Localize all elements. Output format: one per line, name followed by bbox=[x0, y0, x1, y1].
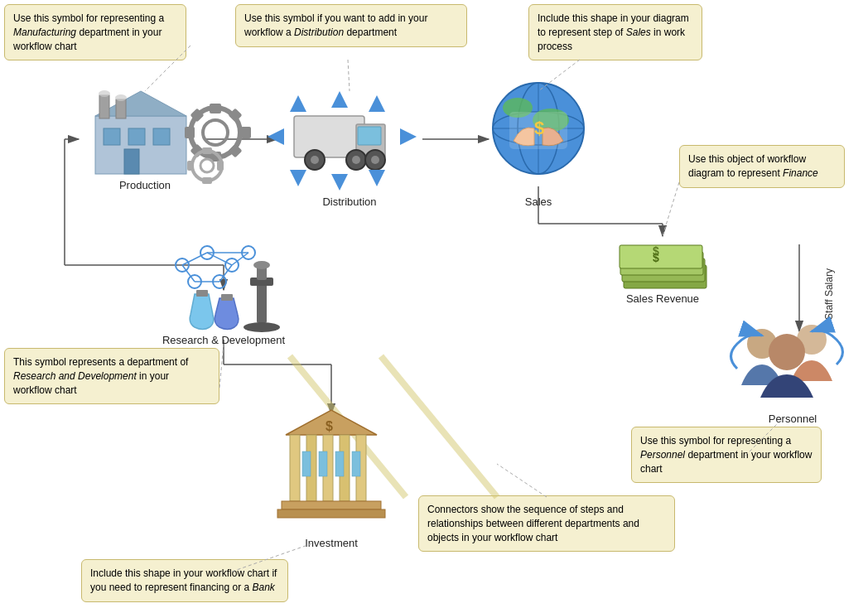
svg-marker-54 bbox=[369, 95, 385, 112]
svg-marker-52 bbox=[290, 95, 306, 112]
personnel-icon bbox=[731, 325, 843, 398]
sales-label: Sales bbox=[525, 195, 552, 208]
sales-revenue-icon: $ $ bbox=[620, 244, 706, 288]
svg-rect-20 bbox=[128, 128, 145, 145]
svg-point-110 bbox=[769, 334, 805, 370]
production-icon bbox=[95, 90, 251, 184]
svg-line-115 bbox=[219, 344, 224, 388]
svg-marker-57 bbox=[290, 170, 306, 186]
staff-salary-label: Staff Salary bbox=[823, 268, 835, 320]
svg-rect-93 bbox=[196, 290, 208, 297]
svg-line-111 bbox=[145, 46, 190, 91]
svg-text:$: $ bbox=[534, 118, 544, 138]
svg-rect-107 bbox=[352, 451, 360, 476]
svg-marker-58 bbox=[331, 174, 348, 191]
svg-text:$: $ bbox=[653, 244, 659, 258]
svg-point-51 bbox=[371, 156, 379, 164]
svg-rect-23 bbox=[99, 95, 109, 118]
svg-rect-22 bbox=[124, 149, 139, 174]
investment-icon: $ bbox=[277, 410, 385, 518]
svg-point-92 bbox=[253, 261, 270, 269]
svg-marker-53 bbox=[331, 91, 348, 108]
svg-point-38 bbox=[200, 159, 214, 172]
svg-rect-96 bbox=[290, 435, 300, 501]
svg-rect-42 bbox=[217, 161, 224, 171]
production-label: Production bbox=[119, 179, 171, 191]
svg-point-26 bbox=[115, 94, 127, 101]
svg-rect-21 bbox=[153, 128, 170, 145]
sales-icon: $ bbox=[493, 83, 584, 174]
svg-rect-41 bbox=[187, 161, 194, 171]
svg-rect-31 bbox=[185, 127, 195, 138]
svg-line-114 bbox=[663, 182, 679, 236]
svg-line-16 bbox=[381, 356, 497, 497]
rd-icon bbox=[176, 246, 280, 332]
svg-line-118 bbox=[497, 464, 547, 497]
svg-marker-56 bbox=[400, 128, 417, 145]
investment-label: Investment bbox=[305, 537, 358, 549]
svg-point-28 bbox=[203, 120, 228, 145]
svg-marker-59 bbox=[369, 170, 385, 186]
svg-line-117 bbox=[232, 543, 315, 572]
svg-point-25 bbox=[99, 90, 110, 97]
svg-marker-55 bbox=[268, 128, 284, 145]
svg-point-49 bbox=[352, 156, 360, 164]
svg-line-116 bbox=[745, 422, 779, 456]
svg-rect-105 bbox=[319, 451, 327, 476]
svg-rect-19 bbox=[104, 128, 120, 145]
diagram-canvas: Staff Salary bbox=[0, 0, 868, 613]
svg-rect-45 bbox=[358, 127, 381, 145]
svg-point-90 bbox=[244, 322, 280, 332]
svg-rect-94 bbox=[221, 294, 233, 301]
svg-rect-36 bbox=[229, 144, 243, 158]
svg-rect-104 bbox=[302, 451, 311, 476]
svg-rect-106 bbox=[335, 451, 344, 476]
svg-rect-39 bbox=[202, 147, 212, 154]
svg-point-47 bbox=[311, 156, 319, 164]
svg-rect-88 bbox=[257, 282, 267, 323]
svg-rect-101 bbox=[282, 501, 381, 509]
svg-rect-29 bbox=[210, 104, 221, 113]
svg-rect-72 bbox=[620, 245, 702, 268]
distribution-icon bbox=[268, 91, 417, 191]
svg-line-112 bbox=[348, 60, 350, 91]
personnel-label: Personnel bbox=[769, 413, 817, 425]
svg-rect-40 bbox=[202, 177, 212, 184]
svg-text:$: $ bbox=[326, 419, 333, 433]
distribution-label: Distribution bbox=[322, 195, 376, 208]
svg-rect-24 bbox=[116, 99, 126, 118]
sales-revenue-label: Sales Revenue bbox=[626, 292, 699, 305]
svg-rect-102 bbox=[277, 509, 385, 518]
svg-rect-32 bbox=[241, 127, 251, 138]
